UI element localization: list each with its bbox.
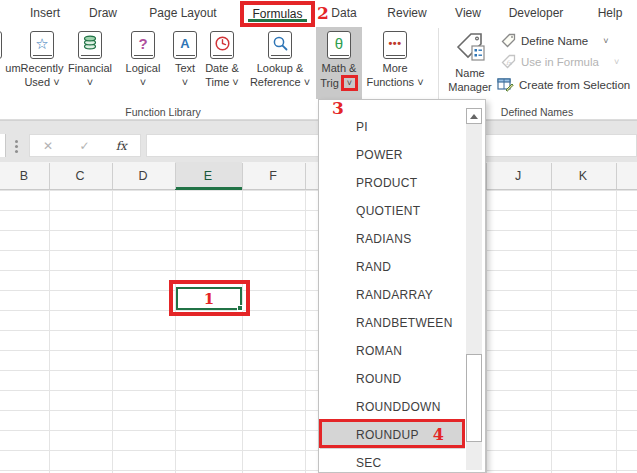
- annotation-digit-1: 1: [204, 290, 214, 308]
- tab-insert[interactable]: Insert: [30, 6, 60, 20]
- scrollbar-up-button[interactable]: [466, 108, 482, 124]
- cancel-icon[interactable]: ✕: [43, 139, 53, 153]
- annotation-box-formulas-tab: Formulas: [240, 1, 315, 27]
- annotation-digit-2: 2: [317, 5, 329, 22]
- create-from-selection-button[interactable]: Create from Selection: [497, 77, 630, 92]
- clock-icon: [210, 31, 234, 59]
- menu-item-power[interactable]: POWER: [320, 141, 466, 169]
- menu-item-product[interactable]: PRODUCT: [320, 169, 466, 197]
- name-manager-button[interactable]: Name Manager: [442, 26, 498, 97]
- name-box-fragment[interactable]: [0, 134, 6, 157]
- menu-item-roman[interactable]: ROMAN: [320, 337, 466, 365]
- formula-bar-splitter[interactable]: [15, 140, 18, 143]
- tab-developer[interactable]: Developer: [509, 6, 564, 20]
- menu-item-radians[interactable]: RADIANS: [320, 225, 466, 253]
- column-header-e[interactable]: E: [204, 169, 212, 183]
- math-trig-theta-icon: θ: [327, 31, 351, 59]
- svg-text:fx: fx: [506, 59, 512, 66]
- more-functions-dots-icon: •••: [383, 31, 407, 59]
- menu-item-randbetween[interactable]: RANDBETWEEN: [320, 309, 466, 337]
- logical-button[interactable]: ? Logical ˅: [115, 27, 171, 98]
- group-label-defined-names: Defined Names: [501, 106, 573, 118]
- math-trig-dropdown-menu: PI POWER PRODUCT QUOTIENT RADIANS RAND R…: [318, 99, 486, 473]
- tab-draw[interactable]: Draw: [89, 6, 117, 20]
- fill-handle[interactable]: [237, 305, 243, 311]
- header-divider: [305, 163, 306, 189]
- header-divider: [112, 163, 113, 189]
- lookup-reference-button[interactable]: Lookup & Reference ˅: [243, 27, 317, 98]
- enter-icon[interactable]: ✓: [79, 139, 89, 153]
- math-trig-button[interactable]: θ Math & Trig ˅: [317, 27, 361, 98]
- header-divider: [551, 163, 552, 189]
- column-header-f[interactable]: F: [269, 169, 277, 183]
- define-name-tag-icon: [501, 33, 516, 48]
- create-from-selection-grid-icon: [497, 77, 514, 92]
- scroll-up-icon: [470, 114, 478, 119]
- menu-item-rand[interactable]: RAND: [320, 253, 466, 281]
- magnifier-icon: [268, 31, 292, 59]
- chevron-down-icon: ˅: [603, 36, 608, 46]
- menu-item-round[interactable]: ROUND: [320, 365, 466, 393]
- gridline: [486, 190, 487, 473]
- use-in-formula-tag-icon: fx: [501, 54, 516, 69]
- recently-used-star-icon: ☆: [30, 31, 54, 59]
- menu-item-randarray[interactable]: RANDARRAY: [320, 281, 466, 309]
- header-divider: [242, 163, 243, 189]
- annotation-digit-3: 3: [332, 100, 344, 117]
- active-tab-underline: [248, 19, 307, 22]
- menu-item-sec[interactable]: SEC: [320, 449, 466, 473]
- gridline: [616, 190, 617, 473]
- header-divider: [175, 163, 176, 189]
- annotation-box-math-trig-arrow: ˅: [341, 75, 358, 91]
- gridline: [49, 190, 50, 473]
- logical-question-icon: ?: [131, 31, 155, 59]
- more-functions-button[interactable]: ••• More Functions ˅: [362, 27, 428, 98]
- financial-button[interactable]: Financial ˅: [60, 27, 120, 98]
- annotation-box-roundup: 4: [319, 419, 465, 448]
- header-divider: [49, 163, 50, 189]
- column-header-j[interactable]: J: [515, 169, 521, 183]
- gridline: [175, 190, 176, 473]
- group-label-function-library: Function Library: [125, 106, 200, 118]
- tab-data[interactable]: Data: [331, 6, 356, 20]
- gridline: [305, 190, 306, 473]
- menu-item-quotient[interactable]: QUOTIENT: [320, 197, 466, 225]
- header-divider: [486, 163, 487, 189]
- name-manager-tag-icon: [454, 26, 486, 64]
- annotation-digit-4: 4: [433, 425, 444, 444]
- selected-cell[interactable]: 1: [176, 287, 242, 310]
- column-header-c[interactable]: C: [75, 169, 84, 183]
- chevron-down-icon[interactable]: ˅: [347, 76, 352, 90]
- insert-function-icon[interactable]: fx: [116, 139, 127, 153]
- scrollbar-thumb[interactable]: [466, 354, 482, 442]
- chevron-down-icon: ˅: [614, 57, 619, 67]
- tab-view[interactable]: View: [455, 6, 481, 20]
- header-divider: [616, 163, 617, 189]
- tab-page-layout[interactable]: Page Layout: [149, 6, 216, 20]
- tab-review[interactable]: Review: [387, 6, 426, 20]
- financial-coins-icon: [78, 31, 102, 59]
- autosum-icon: Σ: [0, 31, 2, 59]
- tab-help[interactable]: Help: [598, 6, 623, 20]
- excel-window: Insert Draw Page Layout Formulas 2 Data …: [0, 0, 637, 473]
- define-name-button[interactable]: Define Name ˅: [501, 33, 608, 48]
- column-header-k[interactable]: K: [579, 169, 587, 183]
- menu-item-rounddown[interactable]: ROUNDDOWN: [320, 393, 466, 421]
- gridline: [551, 190, 552, 473]
- gridline: [242, 190, 243, 473]
- column-header-b[interactable]: B: [20, 169, 28, 183]
- use-in-formula-button: fx Use in Formula ˅: [501, 54, 619, 69]
- column-header-d[interactable]: D: [138, 169, 147, 183]
- formula-bar-buttons: ✕ ✓ fx: [29, 134, 141, 157]
- gridline: [112, 190, 113, 473]
